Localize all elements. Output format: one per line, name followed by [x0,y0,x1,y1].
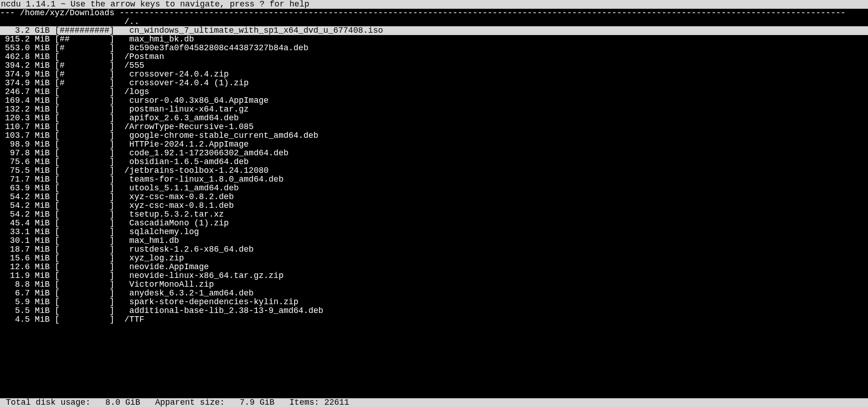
parent-dir-row[interactable]: /.. [0,18,868,26]
file-row[interactable]: 71.7 MiB [ ] teams-for-linux_1.8.0_amd64… [0,175,868,184]
file-row[interactable]: 45.4 MiB [ ] CascadiaMono (1).zip [0,219,868,228]
file-row[interactable]: 6.7 MiB [ ] anydesk_6.3.2-1_amd64.deb [0,289,868,298]
file-row[interactable]: 915.2 MiB [## ] max_hmi_bk.db [0,35,868,44]
file-row[interactable]: 394.2 MiB [# ] /555 [0,61,868,70]
file-row[interactable]: 8.8 MiB [ ] VictorMonoAll.zip [0,280,868,289]
file-row[interactable]: 11.9 MiB [ ] neovide-linux-x86_64.tar.gz… [0,271,868,280]
total-usage-value: 8.0 GiB [105,398,140,407]
file-row[interactable]: 4.5 MiB [ ] /TTF [0,315,868,324]
apparent-size-label: Apparent size: [155,398,225,407]
file-row[interactable]: 54.2 MiB [ ] tsetup.5.3.2.tar.xz [0,210,868,219]
file-row[interactable]: 63.9 MiB [ ] utools_5.1.1_amd64.deb [0,184,868,193]
file-row[interactable]: 18.7 MiB [ ] rustdesk-1.2.6-x86_64.deb [0,245,868,254]
file-row[interactable]: 5.9 MiB [ ] spark-store-dependencies-kyl… [0,298,868,307]
total-usage-label: Total disk usage: [6,398,91,407]
file-row[interactable]: 120.3 MiB [ ] apifox_2.6.3_amd64.deb [0,114,868,123]
file-row[interactable]: 75.6 MiB [ ] obsidian-1.6.5-amd64.deb [0,158,868,166]
version: 1.14.1 [26,0,56,9]
app-header: ncdu 1.14.1 ~ Use the arrow keys to navi… [0,0,868,9]
file-row[interactable]: 553.0 MiB [# ] 8c590e3fa0f04582808c44387… [0,44,868,53]
file-row[interactable]: 374.9 MiB [# ] crossover-24.0.4 (1).zip [0,79,868,88]
file-row[interactable]: 54.2 MiB [ ] xyz-csc-max-0.8.1.deb [0,201,868,210]
items-label: Items: [290,398,320,407]
file-row[interactable]: 169.4 MiB [ ] cursor-0.40.3x86_64.AppIma… [0,96,868,105]
file-row[interactable]: 132.2 MiB [ ] postman-linux-x64.tar.gz [0,105,868,114]
file-row[interactable]: 75.5 MiB [ ] /jetbrains-toolbox-1.24.120… [0,166,868,175]
file-row[interactable]: 462.8 MiB [ ] /Postman [0,53,868,61]
file-row[interactable]: 30.1 MiB [ ] max_hmi.db [0,236,868,245]
help-hint: Use the arrow keys to navigate, press ? … [70,0,309,9]
file-row[interactable]: 33.1 MiB [ ] sqlalchemy.log [0,228,868,236]
file-listing[interactable]: --- /home/xyz/Downloads ----------------… [0,9,868,398]
status-bar: Total disk usage: 8.0 GiB Apparent size:… [0,398,868,407]
file-row[interactable]: 12.6 MiB [ ] neovide.AppImage [0,263,868,271]
program-name: ncdu [1,0,21,9]
file-row[interactable]: 374.9 MiB [# ] crossover-24.0.4.zip [0,70,868,79]
file-row[interactable]: 15.6 MiB [ ] xyz_log.zip [0,254,868,263]
file-row[interactable]: 97.8 MiB [ ] code_1.92.1-1723066302_amd6… [0,149,868,158]
file-row[interactable]: 103.7 MiB [ ] google-chrome-stable_curre… [0,131,868,140]
file-row[interactable]: 3.2 GiB [##########] cn_windows_7_ultima… [0,26,868,35]
file-row[interactable]: 5.5 MiB [ ] additional-base-lib_2.38-13-… [0,307,868,315]
file-row[interactable]: 54.2 MiB [ ] xyz-csc-max-0.8.2.deb [0,193,868,201]
file-row[interactable]: 246.7 MiB [ ] /logs [0,88,868,96]
current-path-line: --- /home/xyz/Downloads ----------------… [0,9,868,18]
apparent-size-value: 7.9 GiB [240,398,275,407]
file-row[interactable]: 98.9 MiB [ ] HTTPie-2024.1.2.AppImage [0,140,868,149]
items-value: 22611 [324,398,349,407]
file-row[interactable]: 110.7 MiB [ ] /ArrowType-Recursive-1.085 [0,123,868,131]
